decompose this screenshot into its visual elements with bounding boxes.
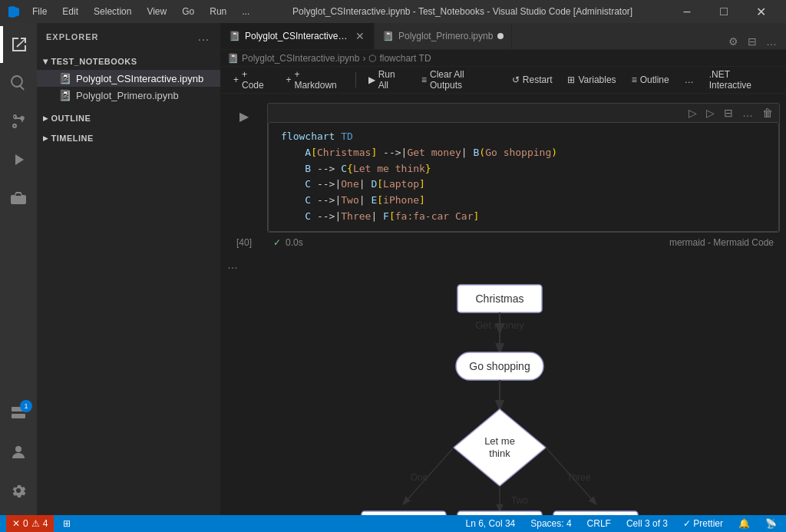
svg-point-2 [15,446,21,452]
add-code-button[interactable]: + + Code [227,67,276,93]
breadcrumb-file[interactable]: Polyglot_CSInteractive.ipynb [242,53,359,64]
error-count: 0 [23,518,28,529]
outline-title: OUTLINE [51,114,91,123]
toolbar-sep-1 [355,72,356,88]
run-all-icon: ▶ [368,74,375,85]
restart-button[interactable]: ↺ Restart [506,72,559,88]
add-code-label: + Code [242,69,270,91]
cell-delete-icon[interactable]: 🗑 [759,105,776,121]
status-prettier[interactable]: ✓ Prettier [680,518,726,529]
run-all-button[interactable]: ▶ Run All [362,67,412,93]
layout-icon[interactable]: ⊟ [745,34,760,49]
outline-header[interactable]: ▸ OUTLINE [37,110,220,127]
add-markdown-button[interactable]: + + Markdown [279,67,348,93]
status-bar: ✕ 0 ⚠ 4 ⊞ Ln 6, Col 34 Spaces: 4 CRLF Ce… [0,515,786,532]
file-label: Polyglot_CSInteractive.ipynb [76,73,203,84]
tab-polyglot-primero[interactable]: 📓 Polyglot_Primero.ipynb [375,23,512,49]
activity-account[interactable] [0,434,37,471]
close-button[interactable]: ✕ [743,0,778,23]
status-remote[interactable]: ⊞ [60,518,74,529]
menu-selection[interactable]: Selection [88,5,137,18]
activity-search[interactable] [0,64,37,101]
cell-status-right: mermaid - Mermaid Code [669,237,774,248]
clear-all-button[interactable]: ≡ Clear All Outputs [415,67,503,93]
status-position[interactable]: Ln 6, Col 34 [463,518,519,529]
outline-button[interactable]: ≡ Outline [626,72,675,88]
menu-go[interactable]: Go [176,5,200,18]
svg-text:think: think [489,448,510,459]
outline-label: Outline [640,74,669,85]
activity-extensions[interactable] [0,180,37,216]
status-spaces[interactable]: Spaces: 4 [527,518,574,529]
run-cell-button[interactable]: ▶ [236,106,252,127]
warning-icon: ⚠ [31,518,40,529]
activity-settings[interactable] [0,472,37,509]
menu-edit[interactable]: Edit [56,5,84,18]
cell-time: 0.0s [286,237,303,248]
kernel-info[interactable]: .NET Interactive [703,67,780,93]
more-toolbar-button[interactable]: … [679,72,700,88]
activity-run-debug[interactable] [0,141,37,178]
code-cell: ▶ ▷ ▷ ⊟ … 🗑 flowchart TD [221,103,780,249]
clear-all-label: Clear All Outputs [430,69,497,91]
status-broadcast[interactable]: 📡 [762,518,780,529]
menu-view[interactable]: View [140,5,173,18]
cell-more-icon[interactable]: … [739,105,756,121]
svg-text:One: One [411,472,428,483]
more-icon[interactable]: … [763,34,780,49]
workspace-header[interactable]: ▾ TEST_NOTEBOOKS [37,53,220,70]
sidebar-title: Explorer [46,32,99,41]
tab-polyglot-cs[interactable]: 📓 Polyglot_CSInteractive.ipynb ✕ [221,23,375,49]
breadcrumb-icon: 📓 [227,53,239,64]
notebook-icon-2: 📓 [58,89,71,101]
notebook-icon: 📓 [58,72,71,84]
cell-row: ▶ ▷ ▷ ⊟ … 🗑 flowchart TD [221,103,780,233]
flowchart-diagram: Christmas Get money Go shopping Let me [342,277,665,515]
file-item-polyglot-cs[interactable]: 📓 Polyglot_CSInteractive.ipynb [37,70,220,87]
variables-label: Variables [578,74,616,85]
main-content: 📓 Polyglot_CSInteractive.ipynb ✕ 📓 Polyg… [221,23,786,515]
breadcrumb-cell[interactable]: flowchart TD [379,53,431,64]
add-markdown-label: + Markdown [294,69,342,91]
cell-number: [40] [236,237,252,248]
cell-gutter: ▶ [221,103,267,233]
menu-file[interactable]: File [26,5,53,18]
app-icon [8,5,20,18]
timeline-title: TIMELINE [51,134,94,143]
menu-run[interactable]: Run [203,5,233,18]
status-bell[interactable]: 🔔 [735,518,753,529]
activity-remote[interactable]: 1 [0,395,37,432]
new-file-icon[interactable]: … [196,28,211,45]
variables-button[interactable]: ⊞ Variables [561,72,622,88]
cell-code-content[interactable]: flowchart TD A[Christmas] -->|Get money|… [268,122,779,232]
activity-source-control[interactable] [0,103,37,140]
restart-icon: ↺ [512,74,520,85]
maximize-button[interactable]: □ [706,0,741,23]
menu-more[interactable]: ... [236,5,256,18]
status-encoding[interactable]: CRLF [584,518,614,529]
file-item-polyglot-primero[interactable]: 📓 Polyglot_Primero.ipynb [37,87,220,104]
window-title: Polyglot_CSInteractive.ipynb - Test_Note… [262,6,663,17]
status-cell-info[interactable]: Cell 3 of 3 [623,518,671,529]
tab-label-cs: Polyglot_CSInteractive.ipynb [245,31,349,41]
cell-run-above-icon[interactable]: ▷ [685,105,700,121]
notebook-tab-icon: 📓 [229,31,240,41]
minimize-button[interactable]: – [669,0,705,23]
status-errors[interactable]: ✕ 0 ⚠ 4 [6,515,54,532]
chevron-right-icon-2: ▸ [43,133,48,144]
workspace-section: ▾ TEST_NOTEBOOKS 📓 Polyglot_CSInteractiv… [37,50,220,107]
timeline-section: ▸ TIMELINE [37,130,220,147]
remote-icon: ⊞ [63,518,71,529]
sidebar: Explorer … ▾ TEST_NOTEBOOKS 📓 Polyglot_C… [37,23,221,515]
svg-text:Three: Three [566,472,591,483]
cell-run-below-icon[interactable]: ▷ [703,105,718,121]
cell-split-icon[interactable]: ⊟ [721,105,736,121]
run-all-label: Run All [378,69,406,91]
settings-icon[interactable]: ⚙ [725,34,741,49]
cell-collapse-dots[interactable]: … [227,259,780,271]
timeline-header[interactable]: ▸ TIMELINE [37,130,220,147]
activity-explorer[interactable] [0,26,37,63]
tab-close-cs[interactable]: ✕ [354,28,366,44]
notification-badge: 1 [20,400,32,412]
menu-bar: File Edit Selection View Go Run ... [26,5,256,18]
